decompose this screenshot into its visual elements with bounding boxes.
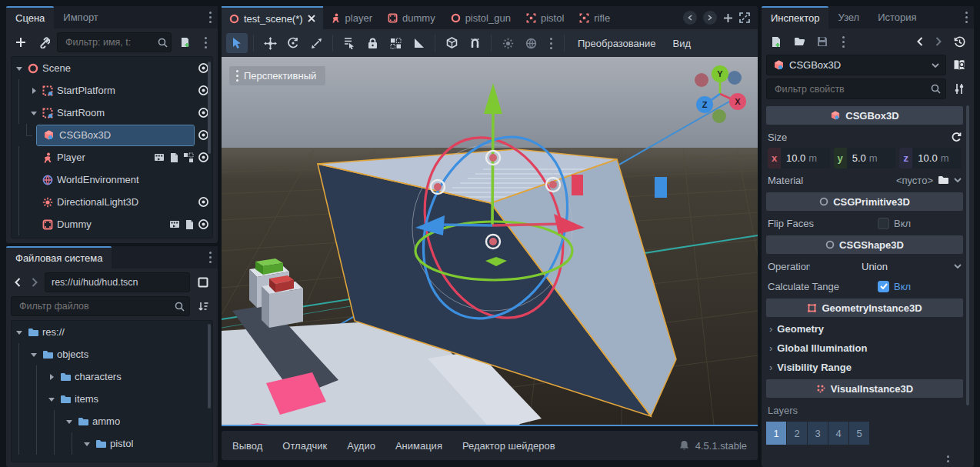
chevron-down-icon[interactable] (954, 178, 962, 182)
selection-list-button[interactable] (338, 33, 360, 53)
tab-node[interactable]: Узел (828, 6, 868, 28)
scene-tab-pistol[interactable]: pistol (518, 6, 572, 29)
scene-toolbar-menu-icon[interactable] (198, 37, 213, 48)
filesystem-tree[interactable]: res:// objects characters items ammo (11, 320, 213, 462)
collapse-icon[interactable] (29, 108, 38, 118)
sort-files-button[interactable] (193, 296, 213, 316)
resize-handle-dots[interactable] (940, 455, 955, 462)
extra-options-menu-icon[interactable] (543, 38, 558, 49)
edit-next-object-button[interactable] (931, 32, 946, 52)
section-csgbox3d[interactable]: CSGBox3D (766, 106, 963, 125)
scene-tab-rifle[interactable]: rifle (572, 6, 618, 29)
scene-tab-player[interactable]: player (323, 6, 380, 29)
fs-row-res[interactable]: res:// (12, 321, 212, 343)
tab-import[interactable]: Импорт (54, 6, 107, 28)
select-mode-button[interactable] (226, 33, 248, 53)
new-resource-button[interactable] (766, 32, 786, 52)
current-path-field[interactable] (45, 272, 190, 292)
expand-viewport-icon[interactable] (739, 12, 750, 23)
node-selector-dropdown[interactable]: CSGBox3D (766, 55, 946, 75)
size-y-field[interactable]: y 5.0 m (834, 148, 896, 168)
inspector-scrollbar[interactable] (966, 105, 969, 405)
load-resource-button[interactable] (789, 32, 809, 52)
inspector-menu-icon[interactable] (958, 6, 974, 28)
tab-filesystem[interactable]: Файловая система (6, 246, 112, 269)
layer-2-toggle[interactable]: 2 (787, 422, 807, 445)
history-back-button[interactable] (11, 272, 25, 292)
scene-tree-scrollbar[interactable] (208, 62, 211, 154)
history-forward-button[interactable] (28, 272, 42, 292)
property-filter-field[interactable] (766, 78, 946, 99)
save-resource-button[interactable] (812, 32, 832, 52)
property-list[interactable]: CSGBox3D Size x 10.0 m y 5.0 m z (766, 104, 969, 467)
y-axis-arrow[interactable] (492, 112, 493, 225)
instance-scene-button[interactable] (34, 32, 54, 52)
operation-dropdown[interactable]: Union (862, 261, 962, 272)
bottom-tab-output[interactable]: Вывод (232, 440, 262, 452)
bottom-tab-audio[interactable]: Аудио (347, 440, 375, 452)
view-menu-button[interactable]: Вид (665, 33, 699, 53)
tree-row-player[interactable]: Player (12, 146, 212, 168)
scene-tab-test-scene[interactable]: test_scene(*) (222, 6, 323, 29)
visibility-eye-icon[interactable] (198, 218, 209, 230)
object-history-button[interactable] (949, 32, 969, 52)
fs-row-characters[interactable]: characters (12, 365, 212, 388)
resource-extra-menu-icon[interactable] (835, 36, 851, 48)
close-icon[interactable] (308, 15, 315, 22)
group-badge-icon[interactable] (154, 152, 165, 162)
group-global-illumination[interactable]: ›Global Illumination (766, 339, 963, 358)
material-value[interactable]: <пусто> (896, 175, 933, 186)
neg-y-ball[interactable] (712, 109, 726, 123)
folder-icon[interactable] (938, 175, 949, 185)
tree-row-dummy[interactable]: Dummy (12, 213, 212, 235)
z-axis-arrow[interactable] (438, 225, 492, 225)
viewport-3d[interactable]: Y X Z Перспективный (222, 57, 758, 426)
scene-tree[interactable]: Scene StartPlatform StartRoom (11, 56, 213, 239)
ruler-mode-button[interactable] (408, 33, 429, 53)
plane-handle-blue[interactable] (655, 177, 667, 198)
neg-x-ball[interactable] (695, 73, 708, 87)
section-visualinstance3d[interactable]: VisualInstance3D (766, 379, 963, 398)
section-csgprimitive3d[interactable]: CSGPrimitive3D (766, 192, 963, 211)
tree-row-csgbox3d[interactable]: CSGBox3D (12, 124, 212, 146)
attach-script-button[interactable] (175, 32, 195, 52)
layer-1-toggle[interactable]: 1 (766, 422, 786, 445)
next-scene-tab-button[interactable] (703, 11, 717, 25)
scale-mode-button[interactable] (305, 33, 327, 53)
scene-filter-input[interactable] (64, 36, 155, 48)
collapse-icon[interactable] (29, 350, 38, 359)
filesystem-menu-icon[interactable] (202, 246, 218, 269)
plane-handle-red[interactable] (572, 175, 583, 195)
visibility-eye-icon[interactable] (198, 196, 209, 208)
file-filter-input[interactable] (18, 300, 172, 312)
group-selected-button[interactable] (385, 33, 406, 53)
group-badge-icon[interactable] (169, 219, 180, 229)
notification-bell-icon[interactable] (679, 440, 689, 451)
layer-5-toggle[interactable]: 5 (849, 422, 869, 445)
split-mode-button[interactable] (193, 272, 213, 292)
script-badge-icon[interactable] (185, 219, 194, 230)
prev-scene-tab-button[interactable] (683, 11, 697, 25)
script-badge-icon[interactable] (169, 152, 178, 163)
inspector-tools-button[interactable] (949, 79, 969, 99)
fs-row-items[interactable]: items (12, 388, 212, 410)
group-visibility-range[interactable]: ›Visibility Range (766, 358, 963, 377)
scene-tab-dummy[interactable]: dummy (380, 6, 443, 29)
calculate-tangents-checkbox[interactable] (878, 281, 889, 292)
move-mode-button[interactable] (259, 33, 281, 53)
section-geometryinstance3d[interactable]: GeometryInstance3D (766, 299, 963, 317)
layer-4-toggle[interactable]: 4 (828, 422, 848, 445)
edit-prev-object-button[interactable] (912, 32, 928, 52)
tree-row-startroom[interactable]: StartRoom (12, 102, 212, 124)
editable-children-badge-icon[interactable] (183, 152, 194, 163)
bottom-tab-debugger[interactable]: Отладчик (282, 440, 327, 452)
lock-selected-button[interactable] (362, 33, 383, 53)
size-z-field[interactable]: z 10.0 m (899, 148, 962, 168)
collapse-icon[interactable] (65, 417, 74, 426)
fs-row-ammo[interactable]: ammo (12, 410, 212, 432)
projection-menu[interactable]: Перспективный (229, 66, 325, 85)
tab-inspector[interactable]: Инспектор (762, 6, 828, 28)
tree-row-startplatform[interactable]: StartPlatform (12, 79, 212, 102)
tree-row-scene[interactable]: Scene (12, 57, 212, 79)
filesystem-scrollbar[interactable] (208, 324, 211, 409)
